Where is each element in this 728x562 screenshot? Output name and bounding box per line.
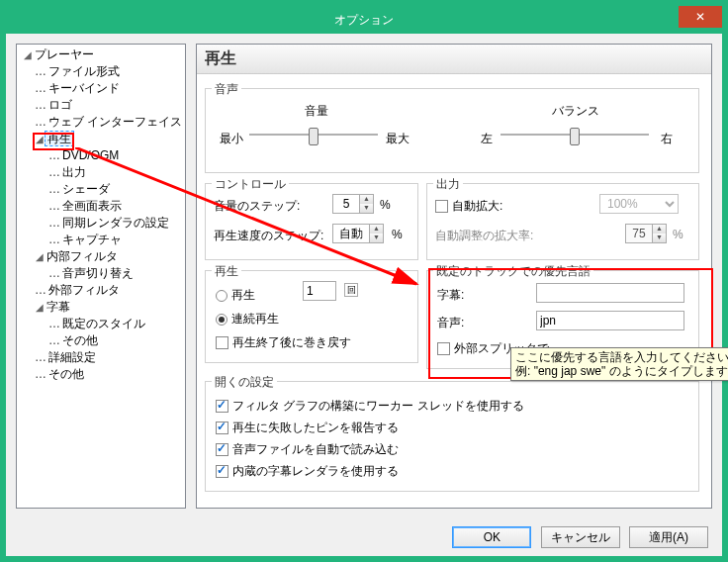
tree-default-style[interactable]: …既定のスタイル bbox=[45, 316, 183, 332]
chevron-up-icon: ▲ bbox=[369, 225, 383, 234]
open-chk2[interactable]: 再生に失敗したピンを報告する bbox=[216, 420, 399, 436]
tree-capture[interactable]: …キャプチャ bbox=[45, 232, 183, 248]
close-button[interactable]: ✕ bbox=[679, 6, 722, 28]
speed-step-spinner[interactable]: ▲▼ bbox=[332, 224, 384, 243]
volume-step-spinner[interactable]: ▲▼ bbox=[332, 194, 374, 214]
auto-adjust-spinner: ▲▼ bbox=[625, 224, 667, 243]
tree-keybind[interactable]: …キーバインド bbox=[31, 80, 183, 97]
playback-count-input[interactable] bbox=[303, 281, 336, 301]
tooltip: ここに優先する言語を入力してください。 例: "eng jap swe" のよう… bbox=[510, 347, 728, 381]
open-fieldset: 開くの設定 フィルタ グラフの構築にワーカー スレッドを使用する 再生に失敗した… bbox=[205, 381, 699, 492]
open-chk4[interactable]: 内蔵の字幕レンダラを使用する bbox=[216, 463, 399, 480]
right-label: 右 bbox=[661, 131, 673, 147]
max-label: 最大 bbox=[386, 131, 410, 147]
loop-radio[interactable]: 連続再生 bbox=[216, 311, 279, 328]
tree-player[interactable]: ◢プレーヤー bbox=[19, 47, 183, 63]
close-icon: ✕ bbox=[695, 10, 705, 24]
titlebar: オプション ✕ bbox=[6, 6, 722, 34]
tree-file-formats[interactable]: …ファイル形式 bbox=[31, 63, 183, 80]
audio-input[interactable] bbox=[536, 311, 684, 330]
playback-legend: 再生 bbox=[212, 263, 241, 280]
tree-shader[interactable]: …シェーダ bbox=[45, 181, 183, 198]
repeat-icon[interactable]: 回 bbox=[344, 283, 358, 297]
tree-syncrender[interactable]: …同期レンダラの設定 bbox=[45, 215, 183, 232]
percent-3: % bbox=[673, 228, 683, 241]
tree-audio-switch[interactable]: …音声切り替え bbox=[45, 265, 183, 282]
open-chk1[interactable]: フィルタ グラフの構築にワーカー スレッドを使用する bbox=[216, 398, 524, 415]
dialog-buttons: OK キャンセル 適用(A) bbox=[446, 526, 708, 548]
control-legend: コントロール bbox=[212, 176, 289, 193]
tree-playback[interactable]: ◢再生 bbox=[31, 131, 183, 147]
window-title: オプション bbox=[334, 13, 394, 27]
apply-button[interactable]: 適用(A) bbox=[629, 526, 708, 548]
output-legend: 出力 bbox=[433, 176, 463, 193]
audio-fieldset: 音声 音量 バランス 最小 最大 左 右 bbox=[205, 88, 699, 173]
open-legend: 開くの設定 bbox=[212, 374, 277, 391]
volume-step-label: 音量のステップ: bbox=[214, 198, 300, 215]
tree-internal-filters[interactable]: ◢内部フィルタ bbox=[31, 248, 183, 265]
percent-1: % bbox=[380, 198, 391, 212]
control-fieldset: コントロール 音量のステップ: ▲▼ % 再生速度のステップ: ▲▼ % bbox=[205, 183, 418, 260]
tree-subtitle-other[interactable]: …その他 bbox=[45, 332, 183, 349]
page-title: 再生 bbox=[197, 45, 711, 74]
preferred-legend: 既定のトラックでの優先言語 bbox=[433, 263, 593, 280]
tree-fullscreen[interactable]: …全画面表示 bbox=[45, 198, 183, 215]
tree-output[interactable]: …出力 bbox=[45, 164, 183, 181]
left-label: 左 bbox=[481, 131, 493, 147]
audio-legend: 音声 bbox=[212, 81, 241, 98]
tooltip-line1: ここに優先する言語を入力してください。 bbox=[515, 350, 728, 364]
balance-label: バランス bbox=[552, 103, 599, 120]
tree-logo[interactable]: …ロゴ bbox=[31, 97, 183, 114]
auto-enlarge-row[interactable]: 自動拡大: bbox=[435, 198, 502, 215]
volume-label: 音量 bbox=[305, 103, 328, 120]
balance-slider[interactable] bbox=[500, 125, 649, 144]
tree-dvdogm[interactable]: …DVD/OGM bbox=[45, 147, 183, 164]
chevron-down-icon: ▼ bbox=[369, 234, 383, 242]
min-label: 最小 bbox=[220, 131, 243, 147]
playback-once-radio[interactable]: 再生 bbox=[216, 287, 255, 304]
percent-2: % bbox=[392, 228, 403, 241]
speed-step-label: 再生速度のステップ: bbox=[214, 228, 323, 244]
tree-subtitle[interactable]: ◢字幕 bbox=[31, 299, 183, 316]
ok-button[interactable]: OK bbox=[452, 526, 531, 548]
auto-adjust-label: 自動調整の拡大率: bbox=[435, 228, 533, 244]
category-tree[interactable]: ◢プレーヤー …ファイル形式 …キーバインド …ロゴ …ウェブ インターフェイス… bbox=[16, 44, 186, 509]
tooltip-line2: 例: "eng jap swe" のようにタイプします bbox=[515, 364, 728, 378]
chevron-up-icon: ▲ bbox=[359, 195, 373, 204]
tree-detail[interactable]: …詳細設定 bbox=[31, 349, 183, 366]
tree-external-filters[interactable]: …外部フィルタ bbox=[31, 282, 183, 299]
tree-other[interactable]: …その他 bbox=[31, 366, 183, 383]
tree-webui[interactable]: …ウェブ インターフェイス bbox=[31, 114, 183, 131]
rewind-check[interactable]: 再生終了後に巻き戻す bbox=[216, 334, 351, 351]
playback-fieldset: 再生 再生 回 連続再生 再生終了後に巻き戻す bbox=[205, 270, 418, 363]
cancel-button[interactable]: キャンセル bbox=[541, 526, 620, 548]
auto-enlarge-select: 100% bbox=[599, 194, 679, 214]
audio-field-label: 音声: bbox=[437, 315, 464, 331]
settings-panel: 再生 音声 音量 バランス 最小 最大 左 右 コントロール 音量のステップ: … bbox=[196, 44, 712, 509]
subtitle-input[interactable] bbox=[536, 283, 684, 303]
chevron-down-icon: ▼ bbox=[359, 204, 373, 213]
volume-slider[interactable] bbox=[249, 125, 378, 144]
auto-enlarge-label: 自動拡大: bbox=[452, 199, 502, 213]
options-window: オプション ✕ ◢プレーヤー …ファイル形式 …キーバインド …ロゴ …ウェブ … bbox=[6, 6, 722, 556]
subtitle-field-label: 字幕: bbox=[437, 287, 464, 304]
open-chk3[interactable]: 音声ファイルを自動で読み込む bbox=[216, 441, 399, 458]
output-fieldset: 出力 自動拡大: 100% 自動調整の拡大率: ▲▼ % bbox=[426, 183, 699, 260]
